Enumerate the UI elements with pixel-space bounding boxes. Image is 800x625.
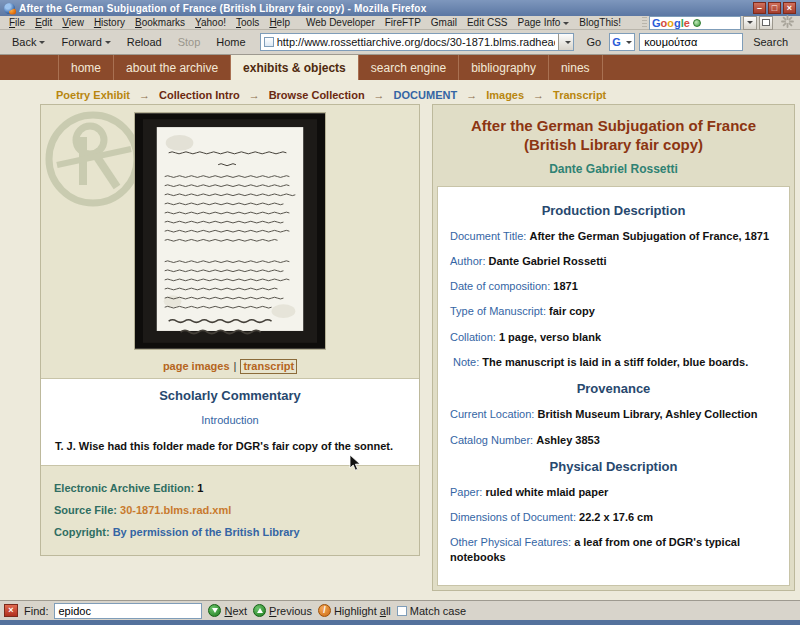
arrow-icon: → <box>249 89 260 101</box>
view-links: page images|transcript <box>41 357 419 378</box>
close-button[interactable]: × <box>783 2 796 14</box>
minimize-button[interactable]: – <box>753 2 766 14</box>
page-icon <box>264 37 274 47</box>
chevron-down-icon <box>565 41 571 44</box>
menu-view[interactable]: View <box>57 17 89 28</box>
menu-file[interactable]: File <box>4 17 30 28</box>
breadcrumb-poetry-exhibit[interactable]: Poetry Exhibit <box>56 89 130 101</box>
menu-history[interactable]: History <box>89 17 130 28</box>
menu-bar: File Edit View History Bookmarks Yahoo! … <box>0 16 800 30</box>
google-search-widget: Google <box>642 16 773 30</box>
chevron-down-icon <box>39 41 45 44</box>
breadcrumb-transcript[interactable]: Transcript <box>553 89 606 101</box>
back-button[interactable]: Back <box>6 34 51 50</box>
menu-edit[interactable]: Edit <box>30 17 57 28</box>
find-bar: × Find: Next Previous / Highlight all Ma… <box>0 600 800 620</box>
breadcrumb-browse-collection[interactable]: Browse Collection <box>269 89 365 101</box>
arrow-icon: → <box>533 89 544 101</box>
tab-exhibits-and-objects[interactable]: exhibits & objects <box>231 55 359 80</box>
google-window-button[interactable] <box>759 16 773 30</box>
image-area <box>41 105 419 357</box>
reload-button[interactable]: Reload <box>121 34 168 50</box>
section-production-description: Production Description <box>450 203 777 218</box>
source-file-row: Source File: 30-1871.blms.rad.xml <box>54 501 406 519</box>
browser-window: After the German Subjugation of France (… <box>0 0 800 625</box>
commentary-subtitle: Introduction <box>41 414 419 426</box>
stop-button: Stop <box>172 34 207 50</box>
magnifier-icon <box>693 19 701 27</box>
window-icon <box>762 19 770 26</box>
arrow-icon: → <box>374 89 385 101</box>
detail-row-note: Note: The manuscript is laid in a stiff … <box>453 355 777 369</box>
menu-tools[interactable]: Tools <box>231 17 264 28</box>
match-case-checkbox[interactable] <box>397 606 407 616</box>
detail-row: Current Location: British Museum Library… <box>450 407 777 421</box>
search-button[interactable]: Search <box>747 36 794 48</box>
find-input[interactable] <box>54 603 202 619</box>
tab-nines[interactable]: nines <box>549 55 603 80</box>
find-previous-button[interactable]: Previous <box>253 604 312 617</box>
google-search-field[interactable]: Google <box>649 16 741 30</box>
find-label: Find: <box>24 605 48 617</box>
chevron-down-icon <box>747 21 753 24</box>
tab-search-engine[interactable]: search engine <box>359 55 459 80</box>
arrow-down-icon <box>208 604 221 617</box>
match-case-option: Match case <box>397 605 466 617</box>
menu-blogthis[interactable]: BlogThis! <box>574 17 626 28</box>
menu-yahoo[interactable]: Yahoo! <box>190 17 231 28</box>
highlight-all-button[interactable]: / Highlight all <box>318 604 391 617</box>
menu-bookmarks[interactable]: Bookmarks <box>130 17 190 28</box>
menu-edit-css[interactable]: Edit CSS <box>462 17 513 28</box>
tab-bibliography[interactable]: bibliography <box>459 55 549 80</box>
window-title: After the German Subjugation of France (… <box>19 3 749 14</box>
arrow-up-icon <box>253 604 266 617</box>
document-image-panel: page images|transcript Scholarly Comment… <box>40 104 420 556</box>
manuscript-image[interactable] <box>134 112 326 350</box>
source-file-link[interactable]: 30-1871.blms.rad.xml <box>120 504 231 516</box>
menu-fireftp[interactable]: FireFTP <box>380 17 426 28</box>
chevron-down-icon <box>563 22 569 25</box>
transcript-link[interactable]: transcript <box>240 359 297 374</box>
drag-grip-icon[interactable] <box>642 17 647 29</box>
find-next-button[interactable]: Next <box>208 604 247 617</box>
tab-about-the-archive[interactable]: about the archive <box>114 55 231 80</box>
document-author: Dante Gabriel Rossetti <box>441 162 786 176</box>
page-images-link[interactable]: page images <box>163 360 230 372</box>
search-engine-button[interactable]: G <box>609 33 635 51</box>
quick-search-input[interactable] <box>639 33 743 51</box>
detail-row: Author: Dante Gabriel Rossetti <box>450 254 777 268</box>
tab-home[interactable]: home <box>58 55 114 80</box>
document-header: After the German Subjugation of France (… <box>437 109 790 186</box>
copyright-row: Copyright: By permission of the British … <box>54 523 406 541</box>
maximize-button[interactable]: □ <box>768 2 781 14</box>
detail-row: Collation: 1 page, verso blank <box>450 330 777 344</box>
home-button[interactable]: Home <box>210 34 251 50</box>
detail-row: Document Title: After the German Subjuga… <box>450 229 777 243</box>
document-title: After the German Subjugation of France (… <box>441 117 786 155</box>
page-content: Poetry Exhibit → Collection Intro → Brow… <box>0 80 800 600</box>
arrow-icon: → <box>139 89 150 101</box>
google-dropdown-button[interactable] <box>743 16 757 30</box>
detail-row: Type of Manuscript: fair copy <box>450 304 777 318</box>
url-dropdown-button[interactable] <box>558 34 573 50</box>
google-logo-icon: Google <box>652 17 690 29</box>
menu-web-developer[interactable]: Web Developer <box>301 17 380 28</box>
detail-row: Dimensions of Document: 22.2 x 17.6 cm <box>450 510 777 524</box>
find-close-button[interactable]: × <box>4 604 18 617</box>
section-provenance: Provenance <box>450 381 777 396</box>
breadcrumb-images[interactable]: Images <box>486 89 524 101</box>
forward-button[interactable]: Forward <box>55 34 116 50</box>
chevron-down-icon <box>105 41 111 44</box>
document-description-panel: After the German Subjugation of France (… <box>432 104 795 591</box>
breadcrumb-collection-intro[interactable]: Collection Intro <box>159 89 240 101</box>
chevron-down-icon <box>626 41 632 44</box>
archive-info: Electronic Archive Edition: 1 Source Fil… <box>41 466 419 555</box>
breadcrumb-document: DOCUMENT <box>394 89 458 101</box>
detail-row: Catalog Number: Ashley 3853 <box>450 433 777 447</box>
url-input[interactable] <box>274 36 559 48</box>
section-physical-description: Physical Description <box>450 459 777 474</box>
menu-help[interactable]: Help <box>264 17 295 28</box>
go-button[interactable]: Go <box>582 36 605 48</box>
menu-page-info[interactable]: Page Info <box>513 17 575 28</box>
menu-gmail[interactable]: Gmail <box>426 17 462 28</box>
